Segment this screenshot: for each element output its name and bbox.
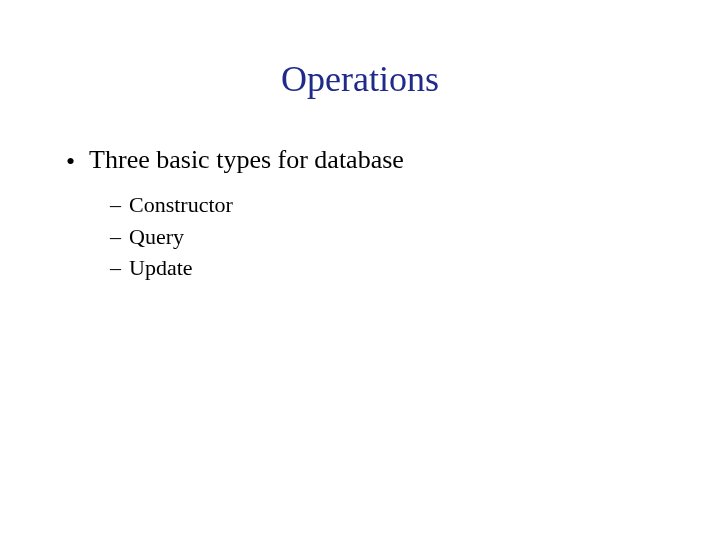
dash-icon: –: [110, 254, 121, 282]
sub-item-text: Constructor: [129, 191, 233, 219]
main-bullet: • Three basic types for database: [66, 144, 720, 177]
dash-icon: –: [110, 191, 121, 219]
list-item: – Query: [110, 223, 720, 251]
sub-item-text: Query: [129, 223, 184, 251]
sub-item-text: Update: [129, 254, 193, 282]
slide-title: Operations: [0, 58, 720, 100]
list-item: – Update: [110, 254, 720, 282]
dash-icon: –: [110, 223, 121, 251]
slide-content: • Three basic types for database – Const…: [0, 144, 720, 282]
main-bullet-text: Three basic types for database: [89, 144, 404, 175]
bullet-icon: •: [66, 144, 75, 177]
list-item: – Constructor: [110, 191, 720, 219]
slide-container: Operations • Three basic types for datab…: [0, 58, 720, 540]
sub-list: – Constructor – Query – Update: [66, 191, 720, 282]
